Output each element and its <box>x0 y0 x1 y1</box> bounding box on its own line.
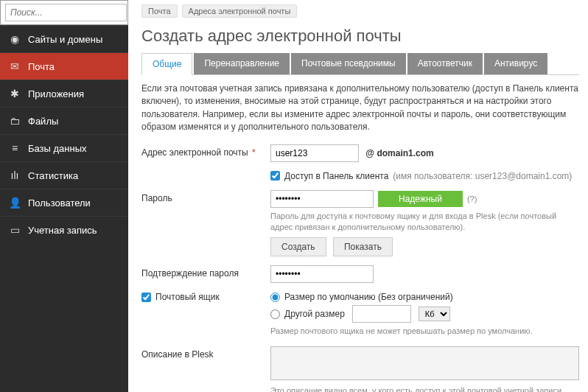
size-unit-select[interactable]: Кб <box>419 307 450 321</box>
nav-label: Базы данных <box>28 143 87 154</box>
apps-icon: ✱ <box>9 88 21 99</box>
nav-label: Файлы <box>28 116 58 127</box>
email-input[interactable] <box>270 144 359 162</box>
show-password-button[interactable]: Показать <box>333 237 393 256</box>
help-icon[interactable]: (?) <box>467 195 477 203</box>
tab-autoresponder[interactable]: Автоответчик <box>407 53 483 74</box>
sidebar-item-stats[interactable]: ılıСтатистика <box>0 161 128 189</box>
user-icon: 👤 <box>9 197 21 209</box>
description-label: Описание в Plesk <box>141 346 270 360</box>
search-box[interactable]: ⌕ <box>0 0 128 25</box>
breadcrumb: Почта Адреса электронной почты <box>141 0 579 24</box>
sidebar-item-users[interactable]: 👤Пользователи <box>0 189 128 216</box>
size-other-label: Другой размер <box>284 309 345 319</box>
mailbox-hint: Размер почтового ящика не может превышат… <box>270 326 579 337</box>
tab-description: Если эта почтовая учетная запись привяза… <box>141 83 579 134</box>
size-default-radio[interactable] <box>270 293 280 302</box>
crumb-addresses[interactable]: Адреса электронной почты <box>182 4 298 18</box>
sidebar: ⌕ ◉Сайты и домены ✉Почта ✱Приложения 🗀Фа… <box>0 0 128 392</box>
sidebar-item-sites[interactable]: ◉Сайты и домены <box>0 25 128 52</box>
sidebar-item-account[interactable]: ▭Учетная запись <box>0 216 128 243</box>
sidebar-item-db[interactable]: ≡Базы данных <box>0 134 128 161</box>
nav-label: Пользователи <box>28 197 91 209</box>
tab-forwarding[interactable]: Перенаправление <box>194 53 290 74</box>
cp-access-checkbox[interactable] <box>270 171 280 181</box>
nav-label: Почта <box>28 61 55 72</box>
tabs: Общие Перенаправление Почтовые псевдоним… <box>141 53 579 75</box>
confirm-password-label: Подтверждение пароля <box>141 265 270 279</box>
password-hint: Пароль для доступа к почтовому ящику и д… <box>270 211 579 234</box>
sidebar-item-mail[interactable]: ✉Почта <box>0 52 128 80</box>
email-domain: @ domain1.com <box>365 148 433 158</box>
main-content: Почта Адреса электронной почты Создать а… <box>128 0 588 392</box>
confirm-password-input[interactable] <box>270 265 374 283</box>
description-textarea[interactable] <box>270 346 579 380</box>
sidebar-item-apps[interactable]: ✱Приложения <box>0 80 128 107</box>
size-input[interactable] <box>352 305 411 323</box>
crumb-mail[interactable]: Почта <box>141 4 178 18</box>
nav-label: Учетная запись <box>28 225 97 236</box>
mailbox-checkbox[interactable] <box>141 293 151 302</box>
password-input[interactable] <box>270 190 374 208</box>
password-label: Пароль <box>141 190 270 203</box>
search-input[interactable] <box>5 4 127 21</box>
description-hint: Это описание видно всем, у кого есть дос… <box>270 385 579 392</box>
globe-icon: ◉ <box>9 33 21 45</box>
nav-label: Статистика <box>28 170 78 181</box>
tab-general[interactable]: Общие <box>141 53 192 75</box>
nav-label: Сайты и домены <box>28 34 102 45</box>
folder-icon: 🗀 <box>9 115 21 127</box>
sidebar-item-files[interactable]: 🗀Файлы <box>0 107 128 134</box>
database-icon: ≡ <box>9 142 21 154</box>
email-label: Адрес электронной почты * <box>141 144 270 158</box>
nav-label: Приложения <box>28 88 84 99</box>
idcard-icon: ▭ <box>9 224 21 236</box>
size-other-radio[interactable] <box>270 309 280 319</box>
cp-access-hint: (имя пользователя: user123@domain1.com) <box>393 171 572 181</box>
mail-icon: ✉ <box>9 60 21 72</box>
size-default-label: Размер по умолчанию (Без ограничений) <box>284 292 453 302</box>
cp-access-label: Доступ в Панель клиента <box>284 171 388 181</box>
chart-icon: ılı <box>9 169 21 181</box>
page-title: Создать адрес электронной почты <box>141 27 579 46</box>
tab-aliases[interactable]: Почтовые псевдонимы <box>291 53 406 74</box>
generate-password-button[interactable]: Создать <box>270 237 326 256</box>
mailbox-label: Почтовый ящик <box>155 292 220 302</box>
tab-antivirus[interactable]: Антивирус <box>484 53 547 74</box>
password-strength-badge: Надежный <box>378 191 463 207</box>
